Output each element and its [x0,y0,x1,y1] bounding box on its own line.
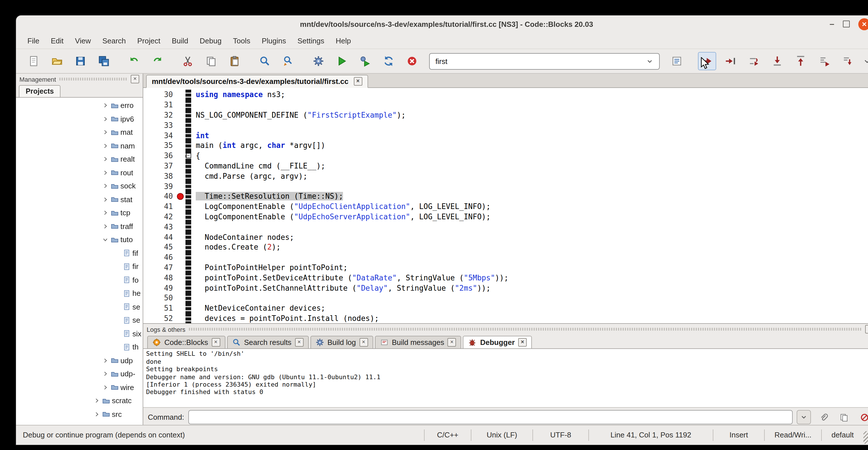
code-text[interactable]: NS_LOG_COMPONENT_DEFINE ("FirstScriptExa… [191,111,868,119]
code-line-41[interactable]: 41 LogComponentEnable ("UdpEchoClientApp… [143,202,868,212]
tree-item-scratc[interactable]: scratc [16,394,143,408]
undo-button[interactable] [125,52,143,70]
fold-margin[interactable] [185,232,191,242]
save-all-button[interactable] [94,52,113,70]
project-tree[interactable]: erroipv6matnamrealtroutsockstattcptrafft… [16,98,143,425]
code-text[interactable]: CommandLine cmd (__FILE__); [191,161,868,170]
open-file-button[interactable] [48,52,66,70]
management-close-icon[interactable]: × [131,75,139,83]
abort-button[interactable] [403,52,421,70]
dock-grip[interactable] [189,328,862,331]
tree-item-wire[interactable]: wire [16,381,143,394]
fold-margin[interactable] [185,273,191,283]
tree-item-fif[interactable]: fif [16,246,143,260]
tree-item-fir[interactable]: fir [16,260,143,273]
tree-item-stat[interactable]: stat [16,193,143,206]
tab-projects[interactable]: Projects [19,85,61,97]
code-text[interactable]: PointToPointHelper pointToPoint; [191,263,868,272]
chevron-right-icon[interactable] [101,156,108,162]
fold-margin[interactable] [185,100,191,110]
menu-plugins[interactable]: Plugins [256,34,291,47]
line-number[interactable]: 36 [143,151,175,160]
rebuild-button[interactable] [379,52,398,70]
code-text[interactable]: devices = pointToPoint.Install (nodes); [191,314,868,323]
tree-item-ipv6[interactable]: ipv6 [16,112,143,126]
fold-margin[interactable] [185,222,191,232]
logs-tab-build-messages[interactable]: Build messages× [375,336,461,349]
menu-help[interactable]: Help [330,34,357,47]
code-text[interactable]: pointToPoint.SetChannelAttribute ("Delay… [191,283,868,292]
tree-item-udp-[interactable]: udp- [16,367,143,381]
tree-item-sock[interactable]: sock [16,179,143,193]
fold-margin[interactable] [185,283,191,293]
step-out-button[interactable] [792,52,810,70]
line-number[interactable]: 48 [143,273,175,282]
code-line-46[interactable]: 46 [143,252,868,263]
code-line-48[interactable]: 48 pointToPoint.SetDeviceAttribute ("Dat… [143,273,868,283]
code-text[interactable]: int [191,131,868,140]
code-line-52[interactable]: 52 devices = pointToPoint.Install (nodes… [143,313,868,324]
code-line-51[interactable]: 51 NetDeviceContainer devices; [143,303,868,313]
line-number[interactable]: 41 [143,202,175,211]
fold-margin[interactable] [185,212,191,222]
tree-item-traff[interactable]: traff [16,219,143,233]
breakpoint-marker[interactable] [177,193,184,200]
tree-item-fo[interactable]: fo [16,273,143,287]
code-line-42[interactable]: 42 LogComponentEnable ("UdpEchoServerApp… [143,212,868,222]
line-number[interactable]: 51 [143,304,175,312]
chevron-right-icon[interactable] [101,384,108,391]
code-line-43[interactable]: 43 [143,222,868,232]
code-line-36[interactable]: 36−{ [143,151,868,161]
menu-search[interactable]: Search [97,34,131,47]
chevron-right-icon[interactable] [93,411,100,417]
find-button[interactable] [255,52,274,70]
line-number[interactable]: 38 [143,172,175,180]
code-text[interactable]: main (int argc, char *argv[]) [191,141,868,150]
fold-margin[interactable] [185,191,191,202]
menu-settings[interactable]: Settings [291,34,330,47]
build-target-combobox[interactable]: first [429,53,659,69]
command-history-chevron[interactable] [797,410,811,425]
chevron-down-icon[interactable] [646,57,653,65]
minimize-button[interactable]: – [830,21,834,27]
code-editor[interactable]: 30using namespace ns3;3132NS_LOG_COMPONE… [143,88,868,324]
line-number[interactable]: 44 [143,233,175,241]
fold-margin[interactable] [185,262,191,273]
code-line-39[interactable]: 39 [143,181,868,191]
chevron-right-icon[interactable] [101,210,108,216]
fold-margin[interactable] [185,161,191,171]
chevron-right-icon[interactable] [101,358,108,364]
line-number[interactable]: 52 [143,314,175,323]
chevron-right-icon[interactable] [101,371,108,377]
code-line-32[interactable]: 32NS_LOG_COMPONENT_DEFINE ("FirstScriptE… [143,110,868,120]
save-file-button[interactable] [71,52,89,70]
code-line-45[interactable]: 45 nodes.Create (2); [143,242,868,252]
editor-tab-close-icon[interactable]: × [353,77,362,86]
chevron-right-icon[interactable] [101,170,108,176]
fold-margin[interactable] [185,293,191,303]
code-text[interactable]: LogComponentEnable ("UdpEchoServerApplic… [191,212,868,221]
clear-log-button[interactable] [856,409,868,426]
fold-margin[interactable] [185,202,191,212]
cut-button[interactable] [178,52,196,70]
tree-item-se[interactable]: se [16,313,143,327]
code-line-33[interactable]: 33 [143,120,868,130]
line-number[interactable]: 47 [143,263,175,272]
fold-margin[interactable] [185,303,191,313]
fold-margin[interactable] [185,181,191,191]
logs-tab-build-log[interactable]: Build log× [310,336,373,349]
code-line-40[interactable]: 40 Time::SetResolution (Time::NS); [143,191,868,202]
chevron-right-icon[interactable] [93,398,100,404]
tree-item-tcp[interactable]: tcp [16,206,143,219]
line-number[interactable]: 37 [143,161,175,170]
toolbar-overflow-chevron[interactable] [860,54,868,68]
line-number[interactable]: 34 [143,131,175,140]
tree-item-he[interactable]: he [16,287,143,300]
tree-item-erro[interactable]: erro [16,99,143,112]
logs-tab-close-icon[interactable]: × [518,338,527,347]
logs-tab-debugger[interactable]: Debugger× [463,336,532,349]
code-text[interactable]: Time::SetResolution (Time::NS); [191,192,868,201]
code-line-34[interactable]: 34int [143,130,868,141]
line-number[interactable]: 35 [143,141,175,150]
fold-marker-icon[interactable]: − [186,153,191,158]
